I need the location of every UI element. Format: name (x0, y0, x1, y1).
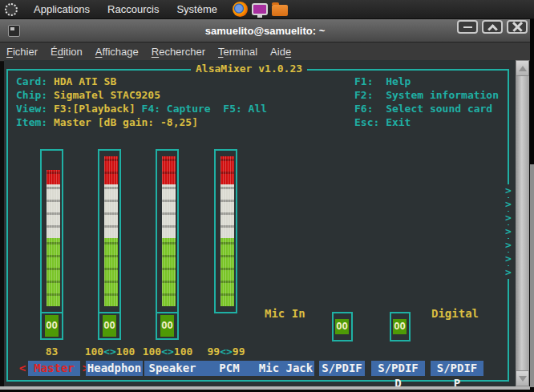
help-f1: F1: Help (354, 75, 411, 88)
close-icon (512, 22, 523, 32)
panel-menu-systeme[interactable]: Système (168, 0, 226, 19)
minimize-button[interactable] (457, 20, 478, 34)
menu-rechercher[interactable]: Rechercher (145, 46, 212, 58)
bar-segment-white (162, 184, 176, 238)
display-icon[interactable] (252, 3, 268, 15)
more-right-icon: > (503, 239, 514, 252)
triangle-down-icon (519, 376, 527, 382)
bar-segment-green (220, 238, 234, 306)
channel-speaker[interactable]: Speaker (144, 361, 200, 376)
triangle-up-icon (519, 66, 527, 71)
value-headphone: 100<>100 (84, 346, 136, 358)
scroll-up-button[interactable] (516, 60, 529, 76)
help-f6: F6: Select sound card (354, 103, 492, 115)
more-right-icon: > (503, 266, 514, 279)
menu-affichage[interactable]: Affichage (89, 46, 145, 58)
value-speaker: 100<>100 (142, 346, 193, 358)
bar-segment-white (47, 184, 60, 238)
channel-spdif-d[interactable]: S/PDIF D (371, 361, 425, 376)
more-right-icon: > (503, 225, 514, 238)
background-window-edge (530, 164, 534, 387)
mic-jack-value: Mic In (265, 307, 305, 320)
digital-value: Digital (431, 307, 479, 320)
menu-fichier[interactable]: Fichier (0, 46, 44, 58)
scrollbar[interactable] (516, 60, 529, 386)
switch-divider (98, 312, 121, 313)
bar-segment-red (162, 156, 176, 184)
mute-switch-master[interactable]: OO (45, 315, 59, 337)
volume-bar-master[interactable]: OO (40, 149, 63, 340)
bar-segment-red (220, 156, 234, 184)
channel-headphone[interactable]: Headphon (86, 361, 143, 376)
bar-segment-white (220, 184, 234, 238)
menu-terminal[interactable]: Terminal (212, 46, 264, 58)
panel-launchers (233, 2, 288, 17)
bar-segment-red (47, 170, 60, 184)
bar-segment-green (47, 238, 60, 306)
minimize-icon (463, 26, 472, 28)
switch-divider (40, 312, 63, 313)
channel-spdif-p[interactable]: S/PDIF P (431, 361, 483, 376)
chip-line: Chip: SigmaTel STAC9205 (16, 89, 160, 102)
view-line: View: F3:[Playback] F4: Capture F5: All (16, 103, 267, 115)
maximize-icon (487, 24, 498, 34)
switch-state: OO (335, 319, 349, 334)
mute-switch-headphone[interactable]: OO (103, 315, 116, 337)
firefox-icon[interactable] (233, 2, 248, 17)
spdif-switch[interactable]: OO (332, 312, 353, 341)
scroll-down-button[interactable] (516, 370, 529, 386)
value-pcm: 99<>99 (204, 346, 249, 358)
distro-logo-icon[interactable] (5, 3, 18, 16)
window-titlebar[interactable]: samuelito@samuelito: ~ (0, 19, 530, 42)
panel-menu-applications[interactable]: Applications (25, 0, 99, 19)
item-line: Item: Master [dB gain: -8,25] (16, 116, 198, 129)
more-right-icon: > (503, 253, 514, 265)
bar-segment-red (104, 156, 118, 184)
volume-column (47, 170, 60, 306)
mute-switch-speaker[interactable]: OO (160, 315, 174, 337)
channel-master[interactable]: Master (28, 361, 80, 376)
more-right-icon: > (503, 212, 514, 224)
volume-column (104, 156, 118, 306)
terminal-window: samuelito@samuelito: ~ Fichier Édition A… (0, 19, 530, 390)
bar-segment-green (104, 238, 118, 306)
help-f2: F2: System information (354, 89, 499, 102)
bar-segment-white (104, 184, 118, 238)
switch-state: OO (393, 319, 407, 334)
card-line: Card: HDA ATI SB (16, 75, 116, 88)
selected-left-arrow-icon: < (18, 361, 27, 376)
menu-aide[interactable]: Aide (264, 46, 297, 58)
volume-column (220, 156, 234, 306)
terminal-screen[interactable]: AlsaMixer v1.0.23 Card: HDA ATI SB Chip:… (4, 60, 516, 386)
more-right-icon: > (503, 184, 514, 197)
channel-mic-jack[interactable]: Mic Jack (257, 361, 314, 376)
volume-bar-speaker[interactable]: OO (156, 149, 179, 340)
maximize-button[interactable] (482, 20, 503, 34)
more-right-icon: > (503, 198, 514, 211)
terminal-menubar: Fichier Édition Affichage Rechercher Ter… (0, 42, 530, 62)
desktop: Applications Raccourcis Système samuelit… (0, 0, 534, 392)
alsamixer-title: AlsaMixer v1.0.23 (191, 63, 307, 75)
channel-spdif[interactable]: S/PDIF (319, 361, 365, 376)
window-title: samuelito@samuelito: ~ (0, 25, 530, 37)
close-button[interactable] (507, 20, 528, 34)
top-panel: Applications Raccourcis Système (0, 0, 534, 19)
volume-bar-pcm[interactable] (214, 149, 237, 313)
window-controls (457, 20, 528, 34)
window-bottom-edge (0, 386, 530, 390)
volume-column (162, 156, 176, 306)
spdif-d-switch[interactable]: OO (390, 312, 411, 341)
switch-divider (156, 312, 179, 313)
bar-segment-green (162, 238, 176, 306)
value-master: 83 (40, 346, 63, 358)
channel-pcm[interactable]: PCM (200, 361, 258, 376)
menu-edition[interactable]: Édition (44, 46, 89, 58)
folder-icon[interactable] (272, 5, 288, 16)
help-esc: Esc: Exit (354, 116, 411, 129)
panel-menu-raccourcis[interactable]: Raccourcis (99, 0, 168, 19)
volume-bar-headphone[interactable]: OO (98, 149, 121, 340)
